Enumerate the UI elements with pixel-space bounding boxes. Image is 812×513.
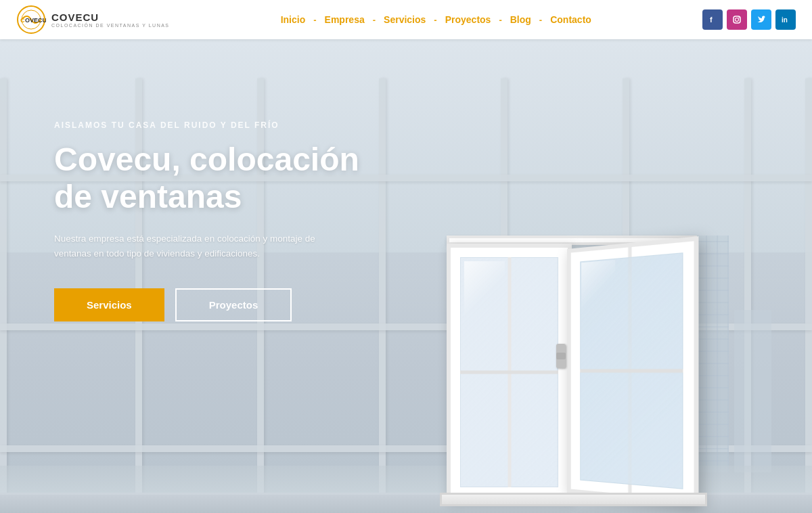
logo-subtitle: COLOCACIÓN DE VENTANAS Y LUNAS <box>51 23 170 28</box>
window-product-image <box>433 215 717 513</box>
nav-sep-4: - <box>499 15 501 25</box>
linkedin-icon: in <box>781 15 790 24</box>
logo-icon: C OVECU <box>16 5 46 35</box>
nav-servicios[interactable]: Servicios <box>380 12 430 28</box>
facebook-icon: f <box>708 15 717 24</box>
twitter-icon <box>757 15 766 24</box>
facebook-link[interactable]: f <box>702 9 723 30</box>
window-left-panel <box>447 244 572 501</box>
window-handle <box>556 344 566 368</box>
social-links: f in <box>702 9 796 30</box>
nav-proyectos[interactable]: Proyectos <box>441 12 495 28</box>
logo-name: COVECU <box>51 12 170 23</box>
window-bottom-sill <box>440 493 707 506</box>
svg-text:in: in <box>782 16 788 24</box>
nav-blog[interactable]: Blog <box>506 12 535 28</box>
nav-contacto[interactable]: Contacto <box>546 12 595 28</box>
nav-sep-2: - <box>373 15 376 25</box>
logo[interactable]: C OVECU COVECU COLOCACIÓN DE VENTANAS Y … <box>16 5 170 35</box>
hero-description: Nuestra empresa está especializada en co… <box>54 231 345 261</box>
svg-text:C: C <box>20 17 25 24</box>
svg-text:OVECU: OVECU <box>25 17 46 24</box>
nav-sep-3: - <box>434 15 436 25</box>
window-glass-reflection-left <box>464 261 505 315</box>
proyectos-button[interactable]: Proyectos <box>175 288 292 321</box>
linkedin-link[interactable]: in <box>775 9 796 30</box>
nav-empresa[interactable]: Empresa <box>321 12 369 28</box>
logo-text-area: COVECU COLOCACIÓN DE VENTANAS Y LUNAS <box>51 12 170 28</box>
hero-buttons: Servicios Proyectos <box>54 288 406 321</box>
twitter-link[interactable] <box>751 9 771 30</box>
servicios-button[interactable]: Servicios <box>54 288 164 321</box>
instagram-icon <box>732 15 742 24</box>
svg-point-6 <box>735 18 738 22</box>
svg-point-7 <box>738 17 740 18</box>
site-header: C OVECU COVECU COLOCACIÓN DE VENTANAS Y … <box>0 0 812 39</box>
hero-text-block: AISLAMOS TU CASA DEL RUIDO Y DEL FRÍO Co… <box>54 120 406 321</box>
nav-inicio[interactable]: Inicio <box>277 12 310 28</box>
hero-tagline: AISLAMOS TU CASA DEL RUIDO Y DEL FRÍO <box>54 120 406 130</box>
window-right-panel <box>567 236 698 506</box>
hero-title: Covecu, colocación de ventanas <box>54 141 406 215</box>
nav-sep-1: - <box>313 15 316 25</box>
nav-sep-5: - <box>539 15 542 25</box>
main-nav: Inicio - Empresa - Servicios - Proyectos… <box>277 12 595 28</box>
svg-text:f: f <box>710 16 713 24</box>
window-frame <box>447 236 704 513</box>
instagram-link[interactable] <box>727 9 747 30</box>
